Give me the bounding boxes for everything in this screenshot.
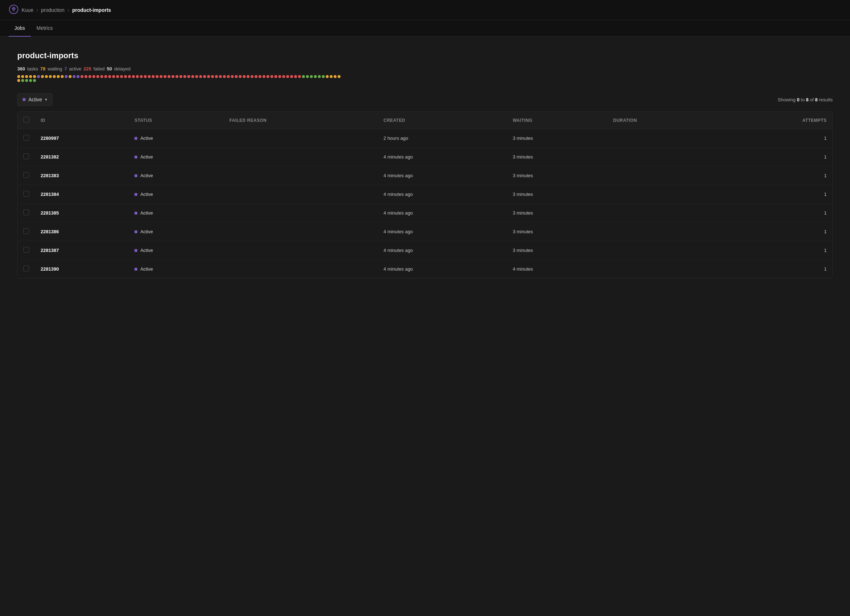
top-nav: Kuue › production › product-imports — [0, 0, 850, 20]
row-checkbox[interactable] — [23, 266, 29, 271]
job-waiting: 3 minutes — [507, 148, 607, 166]
jobs-table: ID Status Failed reason Created Waiting … — [18, 112, 832, 278]
filter-label: Active — [28, 97, 42, 102]
row-checkbox[interactable] — [23, 209, 29, 215]
progress-dot — [128, 75, 131, 78]
select-all-checkbox[interactable] — [23, 117, 29, 123]
job-id[interactable]: 2281386 — [35, 223, 129, 241]
progress-dot — [322, 75, 325, 78]
progress-dot — [282, 75, 285, 78]
breadcrumb-production[interactable]: production — [41, 7, 64, 13]
table-row[interactable]: 2280997 Active 2 hours ago 3 minutes 1 — [18, 129, 832, 148]
status-active-dot — [135, 174, 137, 177]
job-id[interactable]: 2281387 — [35, 241, 129, 260]
job-duration — [607, 185, 719, 204]
job-attempts: 1 — [719, 148, 832, 166]
header-created: Created — [378, 112, 507, 129]
stat-tasks-label: tasks — [27, 66, 38, 72]
job-id[interactable]: 2281383 — [35, 166, 129, 185]
job-attempts: 1 — [719, 223, 832, 241]
breadcrumb-product-imports[interactable]: product-imports — [72, 7, 111, 13]
job-waiting: 3 minutes — [507, 241, 607, 260]
progress-dot — [254, 75, 257, 78]
job-id[interactable]: 2281385 — [35, 204, 129, 223]
progress-dot — [180, 75, 182, 78]
job-created: 4 minutes ago — [378, 185, 507, 204]
stat-active-label: active — [69, 66, 81, 72]
progress-dot — [132, 75, 135, 78]
progress-dot — [306, 75, 309, 78]
progress-dot — [294, 75, 297, 78]
progress-dot — [298, 75, 301, 78]
status-filter-dropdown[interactable]: Active ▾ — [17, 93, 52, 106]
job-id[interactable]: 2281384 — [35, 185, 129, 204]
table-row[interactable]: 2281390 Active 4 minutes ago 4 minutes 1 — [18, 260, 832, 278]
stat-delayed-count: 50 — [107, 66, 112, 72]
table-row[interactable]: 2281382 Active 4 minutes ago 3 minutes 1 — [18, 148, 832, 166]
progress-dot — [243, 75, 245, 78]
progress-dot — [53, 75, 56, 78]
row-checkbox[interactable] — [23, 247, 29, 253]
header-id: ID — [35, 112, 129, 129]
row-checkbox-cell — [18, 129, 35, 148]
status-active-dot — [135, 193, 137, 196]
tab-jobs[interactable]: Jobs — [9, 20, 31, 37]
row-checkbox[interactable] — [23, 172, 29, 178]
job-attempts: 1 — [719, 166, 832, 185]
progress-dot — [191, 75, 194, 78]
table-row[interactable]: 2281384 Active 4 minutes ago 3 minutes 1 — [18, 185, 832, 204]
progress-dot — [49, 75, 52, 78]
job-failed-reason — [224, 129, 378, 148]
progress-dot — [21, 79, 24, 82]
progress-dot — [37, 75, 40, 78]
progress-dot — [93, 75, 95, 78]
row-checkbox[interactable] — [23, 135, 29, 141]
progress-dot — [45, 75, 48, 78]
main-content: product-imports 360 tasks 78 waiting 7 a… — [0, 37, 850, 293]
progress-dot — [116, 75, 119, 78]
status-label: Active — [140, 210, 153, 215]
job-status: Active — [129, 241, 224, 260]
row-checkbox[interactable] — [23, 228, 29, 234]
row-checkbox[interactable] — [23, 191, 29, 197]
page-title: product-imports — [17, 51, 833, 60]
job-id[interactable]: 2281390 — [35, 260, 129, 278]
progress-dot — [73, 75, 75, 78]
progress-dot — [266, 75, 269, 78]
table-row[interactable]: 2281385 Active 4 minutes ago 3 minutes 1 — [18, 204, 832, 223]
job-status: Active — [129, 185, 224, 204]
job-waiting: 4 minutes — [507, 260, 607, 278]
job-waiting: 3 minutes — [507, 166, 607, 185]
job-status: Active — [129, 148, 224, 166]
job-failed-reason — [224, 185, 378, 204]
tab-metrics[interactable]: Metrics — [31, 20, 58, 37]
table-row[interactable]: 2281386 Active 4 minutes ago 3 minutes 1 — [18, 223, 832, 241]
job-id[interactable]: 2280997 — [35, 129, 129, 148]
row-checkbox[interactable] — [23, 154, 29, 159]
job-failed-reason — [224, 260, 378, 278]
progress-dot — [168, 75, 171, 78]
progress-dot — [108, 75, 111, 78]
job-id[interactable]: 2281382 — [35, 148, 129, 166]
progress-dot — [100, 75, 103, 78]
status-label: Active — [140, 248, 153, 253]
status-active-dot — [135, 268, 137, 271]
status-active-dot — [135, 230, 137, 233]
progress-dot — [57, 75, 60, 78]
progress-dot — [172, 75, 174, 78]
progress-dot — [314, 75, 317, 78]
progress-dots — [17, 75, 341, 82]
progress-dot — [310, 75, 313, 78]
breadcrumb-kuue[interactable]: Kuue — [22, 7, 33, 13]
progress-dot — [76, 75, 79, 78]
progress-dot — [262, 75, 265, 78]
progress-dot — [29, 79, 32, 82]
progress-dot — [17, 79, 20, 82]
table-row[interactable]: 2281383 Active 4 minutes ago 3 minutes 1 — [18, 166, 832, 185]
table-row[interactable]: 2281387 Active 4 minutes ago 3 minutes 1 — [18, 241, 832, 260]
progress-dot — [183, 75, 186, 78]
job-duration — [607, 260, 719, 278]
job-attempts: 1 — [719, 260, 832, 278]
status-active-dot — [135, 212, 137, 215]
status-label: Active — [140, 173, 153, 178]
